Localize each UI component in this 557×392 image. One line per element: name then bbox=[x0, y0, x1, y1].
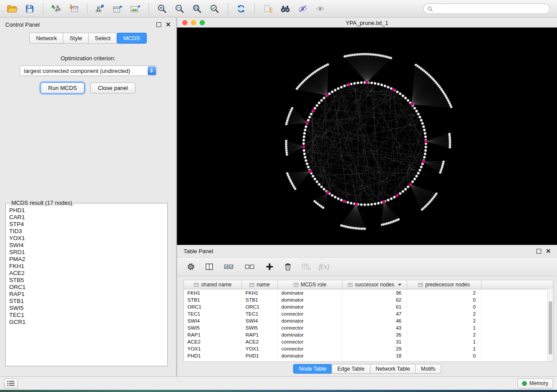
float-table-panel-icon[interactable] bbox=[536, 249, 541, 254]
network-leaf-node[interactable] bbox=[415, 64, 417, 66]
network-node[interactable] bbox=[350, 202, 353, 204]
network-node[interactable] bbox=[346, 201, 349, 204]
add-row-icon[interactable] bbox=[264, 261, 275, 272]
mcds-result-item[interactable]: SWI5 bbox=[9, 305, 166, 312]
mcds-result-item[interactable]: STB5 bbox=[9, 277, 166, 284]
network-node[interactable] bbox=[424, 149, 427, 152]
network-node[interactable] bbox=[337, 197, 339, 200]
network-node[interactable] bbox=[304, 125, 307, 128]
network-node[interactable] bbox=[303, 135, 305, 138]
network-node[interactable] bbox=[404, 97, 407, 100]
mcds-hub-node[interactable] bbox=[392, 88, 395, 91]
network-node[interactable] bbox=[302, 139, 305, 141]
network-node[interactable] bbox=[316, 180, 318, 183]
network-node[interactable] bbox=[306, 162, 308, 165]
network-node[interactable] bbox=[377, 202, 380, 204]
mcds-result-item[interactable]: ORC1 bbox=[9, 284, 166, 291]
table-row[interactable]: TEC1TEC1connector472 bbox=[184, 310, 553, 317]
mcds-result-item[interactable]: RAP1 bbox=[9, 291, 166, 298]
network-node[interactable] bbox=[377, 83, 380, 86]
network-node[interactable] bbox=[390, 197, 393, 200]
network-node[interactable] bbox=[304, 156, 307, 158]
network-node[interactable] bbox=[381, 83, 383, 86]
table-tab-motifs[interactable]: Motifs bbox=[415, 364, 441, 374]
network-node[interactable] bbox=[304, 129, 307, 131]
network-node[interactable] bbox=[320, 186, 323, 188]
import-table-icon[interactable] bbox=[67, 2, 81, 15]
network-node[interactable] bbox=[314, 178, 316, 180]
open-session-icon[interactable] bbox=[5, 2, 19, 15]
network-node[interactable] bbox=[423, 156, 426, 158]
scrollbar-thumb[interactable] bbox=[549, 301, 552, 354]
network-node[interactable] bbox=[356, 82, 359, 84]
network-leaf-node[interactable] bbox=[296, 87, 298, 89]
table-tab-edge-table[interactable]: Edge Table bbox=[332, 364, 370, 374]
network-leaf-node[interactable] bbox=[363, 227, 366, 230]
zoom-selected-icon[interactable] bbox=[208, 2, 221, 15]
network-node[interactable] bbox=[370, 82, 373, 84]
table-tab-node-table[interactable]: Node Table bbox=[293, 364, 332, 374]
network-node[interactable] bbox=[423, 129, 426, 131]
network-node[interactable] bbox=[417, 113, 420, 115]
zoom-out-icon[interactable] bbox=[173, 2, 187, 15]
mcds-result-item[interactable]: ACE2 bbox=[9, 270, 166, 277]
network-node[interactable] bbox=[387, 199, 390, 201]
mcds-hub-node[interactable] bbox=[409, 183, 412, 186]
mcds-hub-node[interactable] bbox=[309, 170, 312, 173]
window-close-icon[interactable] bbox=[182, 20, 187, 25]
table-row[interactable]: STB1STB1dominator620 bbox=[184, 296, 553, 303]
export-network-icon[interactable] bbox=[93, 2, 107, 15]
table-row[interactable]: RAP1RAP1dominator352 bbox=[184, 331, 553, 338]
network-node[interactable] bbox=[363, 203, 366, 206]
table-row[interactable]: SWI4SWI4dominator462 bbox=[184, 317, 553, 324]
window-maximize-icon[interactable] bbox=[200, 20, 205, 25]
network-node[interactable] bbox=[310, 113, 312, 115]
mcds-hub-node[interactable] bbox=[365, 81, 368, 84]
table-row[interactable]: PHD1PHD1dominator180 bbox=[184, 352, 553, 359]
table-row[interactable]: ACE2ACE2connector311 bbox=[184, 338, 553, 345]
save-session-icon[interactable] bbox=[23, 2, 37, 15]
control-tab-network[interactable]: Network bbox=[29, 33, 63, 44]
mcds-result-item[interactable]: PMA2 bbox=[9, 256, 166, 263]
network-node[interactable] bbox=[308, 116, 311, 118]
zoom-in-icon[interactable] bbox=[155, 2, 169, 15]
network-node[interactable] bbox=[399, 93, 401, 95]
table-row[interactable]: FKH1FKH1dominator962 bbox=[184, 289, 553, 296]
refresh-layout-icon[interactable] bbox=[234, 2, 248, 15]
mcds-result-item[interactable]: TID3 bbox=[9, 228, 166, 235]
network-node[interactable] bbox=[419, 169, 421, 172]
network-node[interactable] bbox=[343, 85, 346, 87]
float-panel-icon[interactable] bbox=[156, 22, 161, 27]
network-node[interactable] bbox=[424, 135, 427, 138]
mcds-result-list[interactable]: PHD1CAR1STP4TID3YOX1SWI4SRD1PMA2FKH1ACE2… bbox=[9, 207, 166, 364]
network-leaf-node[interactable] bbox=[294, 188, 296, 190]
network-node[interactable] bbox=[331, 90, 334, 93]
mcds-result-item[interactable]: FKH1 bbox=[9, 263, 166, 270]
zoom-fit-icon[interactable] bbox=[190, 2, 204, 15]
mcds-result-item[interactable]: STB1 bbox=[9, 298, 166, 305]
mcds-result-item[interactable]: PHD1 bbox=[9, 207, 166, 214]
network-node[interactable] bbox=[311, 175, 314, 177]
mcds-hub-node[interactable] bbox=[302, 145, 305, 148]
mcds-hub-node[interactable] bbox=[382, 200, 385, 203]
network-node[interactable] bbox=[360, 203, 363, 206]
network-node[interactable] bbox=[399, 192, 401, 195]
network-node[interactable] bbox=[323, 188, 325, 190]
network-node[interactable] bbox=[331, 194, 334, 197]
network-node[interactable] bbox=[393, 196, 396, 199]
network-node[interactable] bbox=[417, 172, 420, 175]
mcds-hub-node[interactable] bbox=[312, 109, 315, 112]
table-tab-network-table[interactable]: Network Table bbox=[370, 364, 416, 374]
mcds-result-item[interactable]: YOX1 bbox=[9, 235, 166, 242]
network-leaf-node[interactable] bbox=[443, 161, 445, 163]
show-graphics-details-icon[interactable] bbox=[313, 2, 327, 15]
mcds-hub-node[interactable] bbox=[425, 140, 428, 143]
column-header-predecessor-nodes[interactable]: predecessor nodes bbox=[407, 280, 481, 289]
mcds-result-item[interactable]: TEC1 bbox=[9, 312, 166, 319]
network-node[interactable] bbox=[374, 82, 376, 85]
table-row[interactable]: SWI5SWI5connector431 bbox=[184, 324, 553, 331]
network-node[interactable] bbox=[323, 97, 325, 100]
network-node[interactable] bbox=[420, 166, 422, 168]
mcds-result-item[interactable]: SWI4 bbox=[9, 242, 166, 249]
network-node[interactable] bbox=[303, 132, 306, 135]
